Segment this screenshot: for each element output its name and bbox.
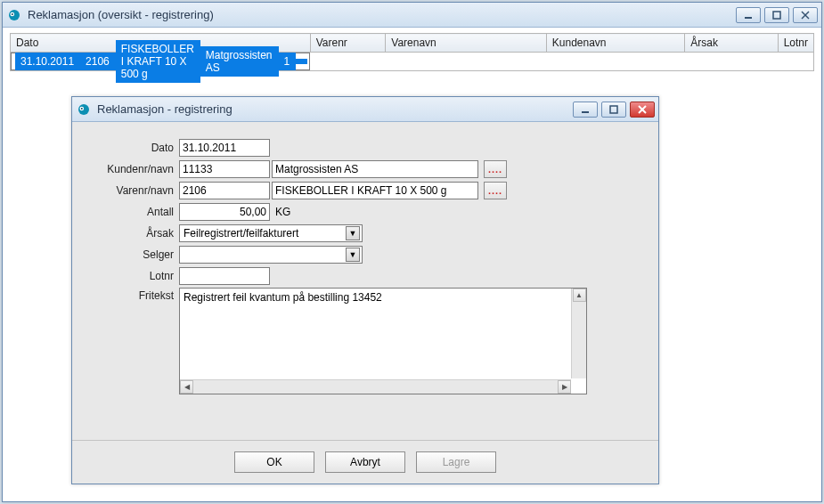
dialog-body: Dato Kundenr/navn .... Varenr/navn .... … xyxy=(72,122,658,484)
label-lotnr: Lotnr xyxy=(81,270,179,282)
main-minimize-button[interactable] xyxy=(736,7,761,23)
cancel-button[interactable]: Avbryt xyxy=(325,451,405,473)
save-button[interactable]: Lagre xyxy=(416,451,496,473)
dialog-close-button[interactable] xyxy=(630,102,655,118)
main-title: Reklamasjon (oversikt - registrering) xyxy=(28,8,736,21)
dialog-app-icon xyxy=(76,102,92,118)
cell-kundenavn: Matgrossisten AS xyxy=(200,46,279,77)
cell-arsak: 1 xyxy=(279,53,297,70)
cell-lotnr xyxy=(296,59,307,64)
label-selger: Selger xyxy=(81,248,179,261)
ok-button[interactable]: OK xyxy=(234,451,314,473)
dialog-maximize-button[interactable] xyxy=(601,102,626,118)
cell-varenr: 2106 xyxy=(80,53,116,70)
scroll-left-icon: ◀ xyxy=(180,380,193,394)
main-close-button[interactable] xyxy=(793,7,818,23)
selger-select[interactable]: ▼ xyxy=(179,246,363,264)
main-maximize-button[interactable] xyxy=(764,7,789,23)
antall-unit: KG xyxy=(270,206,290,218)
varenr-input[interactable] xyxy=(179,182,270,199)
arsak-select[interactable]: Feilregistrert/feilfakturert ▼ xyxy=(179,224,363,242)
label-fritekst: Fritekst xyxy=(81,288,179,302)
arsak-value: Feilregistrert/feilfakturert xyxy=(184,227,298,240)
chevron-down-icon: ▼ xyxy=(346,226,360,240)
svg-point-2 xyxy=(12,13,13,15)
complaints-table[interactable]: Dato Varenr Varenavn Kundenavn Årsak Lot… xyxy=(10,33,814,71)
svg-rect-11 xyxy=(610,106,617,113)
col-lotnr[interactable]: Lotnr xyxy=(778,34,813,53)
vare-lookup-button[interactable]: .... xyxy=(484,182,507,199)
label-kundenr: Kundenr/navn xyxy=(81,163,179,175)
kundenavn-input[interactable] xyxy=(272,160,478,178)
svg-point-9 xyxy=(81,108,83,110)
scrollbar-vertical[interactable]: ▲ xyxy=(571,289,586,378)
svg-rect-4 xyxy=(773,12,780,19)
varenavn-input[interactable] xyxy=(272,182,478,199)
lotnr-input[interactable] xyxy=(179,267,270,285)
col-varenavn[interactable]: Varenavn xyxy=(386,34,547,53)
fritekst-textarea[interactable] xyxy=(179,288,587,394)
label-dato: Dato xyxy=(81,142,179,154)
chevron-down-icon: ▼ xyxy=(346,248,360,262)
dialog-title: Reklamasjon - registrering xyxy=(97,102,573,116)
dato-input[interactable] xyxy=(179,139,270,157)
col-varenr[interactable]: Varenr xyxy=(310,34,386,53)
kundenr-input[interactable] xyxy=(179,160,270,178)
dialog-minimize-button[interactable] xyxy=(573,102,598,118)
main-titlebar: Reklamasjon (oversikt - registrering) xyxy=(3,3,821,28)
label-antall: Antall xyxy=(81,206,179,218)
cell-dato: 31.10.2011 xyxy=(15,53,80,70)
label-arsak: Årsak xyxy=(81,227,179,240)
scroll-right-icon: ▶ xyxy=(558,380,571,394)
scrollbar-horizontal[interactable]: ◀ ▶ xyxy=(180,379,571,394)
col-kundenavn[interactable]: Kundenavn xyxy=(546,34,684,53)
dialog-titlebar: Reklamasjon - registrering xyxy=(72,97,658,122)
dialog-window: Reklamasjon - registrering Dato Kundenr/… xyxy=(71,96,659,484)
col-arsak[interactable]: Årsak xyxy=(685,34,778,53)
table-row[interactable]: 31.10.2011 2106 FISKEBOLLER I KRAFT 10 X… xyxy=(11,53,310,70)
label-varenr: Varenr/navn xyxy=(81,184,179,197)
cell-varenavn: FISKEBOLLER I KRAFT 10 X 500 g xyxy=(116,40,200,83)
scroll-up-icon: ▲ xyxy=(573,289,586,302)
app-icon xyxy=(6,7,22,23)
antall-input[interactable] xyxy=(179,203,270,221)
kunde-lookup-button[interactable]: .... xyxy=(484,160,507,178)
